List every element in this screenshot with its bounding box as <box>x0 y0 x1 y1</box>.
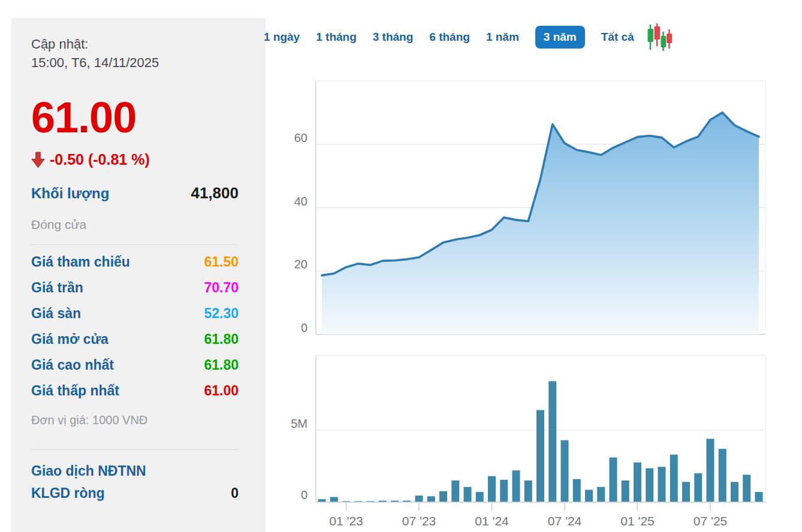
time-range-tabs: 1 ngày 1 tháng 3 tháng 6 tháng 1 năm 3 n… <box>264 24 673 50</box>
y-axis-label: 0 <box>301 321 307 334</box>
row-label: Giá sàn <box>31 306 81 322</box>
row-floor-price: Giá sàn 52.30 <box>31 301 239 327</box>
tab-3-nam[interactable]: 3 năm <box>535 26 585 49</box>
row-open-price: Giá mở cửa 61.80 <box>31 327 239 352</box>
volume-bar <box>415 495 423 502</box>
volume-bar <box>476 492 484 502</box>
volume-bar <box>512 470 520 502</box>
volume-bar <box>451 480 459 502</box>
volume-bar <box>694 473 702 502</box>
foreign-trading-label: Giao dịch NĐTNN <box>31 463 239 479</box>
divider <box>31 449 239 450</box>
volume-bar <box>536 410 544 502</box>
row-label: Giá thấp nhất <box>31 383 119 399</box>
volume-bar <box>658 467 666 502</box>
volume-bar <box>670 455 678 502</box>
row-low-price: Giá thấp nhất 61.00 <box>31 378 239 404</box>
tab-6-thang[interactable]: 6 tháng <box>429 31 470 44</box>
volume-bar <box>731 482 738 502</box>
tab-1-ngay[interactable]: 1 ngày <box>264 31 300 44</box>
row-label: Giá cao nhất <box>31 357 114 373</box>
row-label: Giá mở cửa <box>31 331 108 347</box>
candlestick-icon[interactable] <box>647 23 673 51</box>
volume-bar <box>464 487 472 502</box>
volume-bar <box>573 479 581 502</box>
updated-label: Cập nhật: <box>31 35 239 53</box>
volume-bar <box>439 491 447 502</box>
row-reference-price: Giá tham chiếu 61.50 <box>31 249 239 275</box>
y-axis-label: 60 <box>294 131 307 144</box>
row-ceiling-price: Giá trần 70.70 <box>31 275 239 301</box>
price-unit-note: Đơn vị giá: 1000 VNĐ <box>31 413 239 427</box>
volume-bar <box>610 458 617 502</box>
current-price: 61.00 <box>31 96 239 139</box>
volume-bar <box>622 480 629 502</box>
y-axis-label: 0 <box>301 488 307 501</box>
y-axis-label: 5M <box>291 417 307 430</box>
x-axis-label: 07 '23 <box>402 514 436 528</box>
volume-bar <box>548 381 556 502</box>
volume-bar-chart: 5M001 '2307 '2301 '2407 '2401 '2507 '25 <box>264 353 802 532</box>
x-axis-label: 07 '24 <box>548 514 582 528</box>
volume-bar <box>755 492 763 502</box>
volume-row: Khối lượng 41,800 <box>31 184 239 202</box>
stock-summary-panel: Cập nhật: 15:00, T6, 14/11/2025 61.00 -0… <box>11 18 266 532</box>
row-label: Giá tham chiếu <box>31 254 130 270</box>
volume-bar <box>488 476 496 502</box>
x-axis-label: 01 '23 <box>329 514 363 528</box>
row-high-price: Giá cao nhất 61.80 <box>31 352 239 378</box>
x-axis-label: 01 '24 <box>475 514 509 528</box>
net-volume-label: KLGD ròng <box>31 485 105 501</box>
price-change-row: -0.50 (-0.81 %) <box>31 151 239 168</box>
volume-bar <box>500 480 508 502</box>
x-axis-label: 01 '25 <box>620 514 655 528</box>
volume-value: 41,800 <box>191 184 239 202</box>
y-axis-label: 40 <box>294 195 307 208</box>
volume-bar <box>524 480 532 502</box>
volume-bar <box>719 449 726 502</box>
volume-label: Khối lượng <box>31 185 109 202</box>
x-axis-label: 07 '25 <box>694 514 728 528</box>
tab-1-nam[interactable]: 1 năm <box>486 31 519 44</box>
volume-bar <box>561 440 569 502</box>
net-volume-row: KLGD ròng 0 <box>31 480 239 506</box>
y-axis-label: 20 <box>294 258 307 271</box>
volume-bar <box>682 482 690 502</box>
updated-time: 15:00, T6, 14/11/2025 <box>31 53 239 72</box>
row-label: Giá trần <box>31 280 83 296</box>
price-area-chart: 0204060 <box>264 66 802 347</box>
row-value: 61.80 <box>204 357 239 373</box>
volume-bar <box>707 439 714 502</box>
tab-tat-ca[interactable]: Tất cả <box>601 31 634 44</box>
volume-bar <box>330 497 338 502</box>
price-change: -0.50 (-0.81 %) <box>50 151 150 168</box>
volume-bar <box>634 463 641 502</box>
volume-bar <box>427 496 435 502</box>
down-arrow-icon <box>31 152 45 168</box>
row-value: 61.00 <box>204 383 239 399</box>
volume-bar <box>646 468 653 502</box>
price-detail-rows: Giá tham chiếu 61.50 Giá trần 70.70 Giá … <box>31 249 239 404</box>
tab-1-thang[interactable]: 1 tháng <box>316 31 357 44</box>
volume-bar <box>585 490 593 502</box>
close-label: Đóng cửa <box>31 217 239 232</box>
row-value: 70.70 <box>204 280 239 296</box>
volume-bar <box>597 487 605 502</box>
tab-3-thang[interactable]: 3 tháng <box>373 31 414 44</box>
net-volume-value: 0 <box>231 485 239 501</box>
price-area <box>322 113 759 334</box>
price-volume-chart: 0204060 5M001 '2307 '2301 '2407 '2401 '2… <box>264 66 802 532</box>
row-value: 52.30 <box>204 306 239 322</box>
row-value: 61.50 <box>204 254 239 270</box>
divider <box>31 244 239 245</box>
row-value: 61.80 <box>204 331 239 347</box>
volume-bar <box>743 474 750 502</box>
